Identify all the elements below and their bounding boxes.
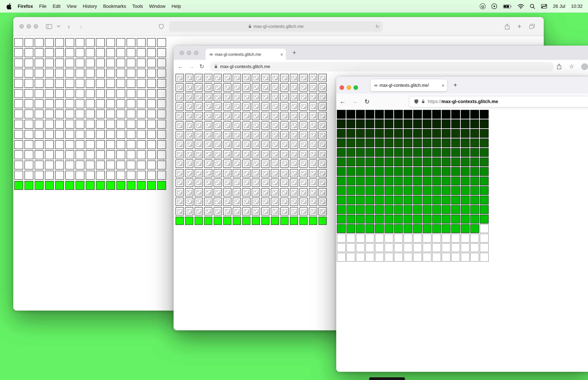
app-menu-firefox[interactable]: Firefox <box>18 4 33 9</box>
menu-item-file[interactable]: File <box>39 4 47 9</box>
menu-item-view[interactable]: View <box>67 4 76 9</box>
grid-cell <box>204 83 212 92</box>
grammarly-icon[interactable]: G <box>480 3 486 9</box>
control-center-icon[interactable] <box>541 4 547 8</box>
grid-cell <box>157 48 166 57</box>
forward-button[interactable]: › <box>80 17 82 36</box>
close-window-button[interactable] <box>340 85 344 90</box>
wifi-icon[interactable] <box>518 4 524 9</box>
broken-image-icon <box>225 180 230 185</box>
menu-bar-date[interactable]: 26 Jul <box>553 4 565 9</box>
grid-cell <box>86 130 95 139</box>
grid-cell <box>195 160 203 168</box>
url-field[interactable]: max-gl-contexts.glitch.me ↻ <box>169 21 383 32</box>
profile-avatar[interactable] <box>581 60 588 73</box>
minimize-window-button[interactable] <box>27 24 31 29</box>
grid-cell <box>337 234 346 243</box>
menu-item-edit[interactable]: Edit <box>53 4 61 9</box>
grid-cell <box>309 83 317 92</box>
back-button[interactable]: ‹ <box>68 17 70 36</box>
grid-cell <box>233 169 241 177</box>
grid-cell <box>106 130 115 139</box>
grid-cell <box>356 253 365 262</box>
grid-cell <box>147 58 156 67</box>
tab-close-icon[interactable]: × <box>280 52 283 57</box>
grid-cell <box>480 215 489 224</box>
grid-cell <box>214 140 222 149</box>
back-button[interactable]: ← <box>178 60 183 73</box>
new-tab-button[interactable]: + <box>517 23 522 30</box>
playback-icon[interactable] <box>491 3 497 9</box>
grid-cell <box>280 131 288 139</box>
broken-image-icon <box>225 76 230 80</box>
minimize-window-button[interactable] <box>347 85 351 90</box>
apple-menu-icon[interactable] <box>6 3 12 9</box>
grid-cell <box>76 110 84 118</box>
zoom-window-button[interactable] <box>354 85 358 90</box>
grid-cell <box>356 119 365 128</box>
reload-button[interactable]: ↻ <box>199 60 204 73</box>
grid-cell <box>195 112 203 120</box>
grid-cell <box>271 121 279 130</box>
share-icon[interactable] <box>505 23 510 29</box>
firefox-tab-bar: ∞ max-gl-contexts.glitch.me/ × + <box>336 76 588 94</box>
grid-cell <box>214 188 222 196</box>
menu-item-tools[interactable]: Tools <box>132 4 143 9</box>
battery-icon[interactable] <box>503 4 512 8</box>
back-button[interactable]: ← <box>340 94 346 110</box>
forward-button[interactable]: → <box>189 60 194 73</box>
privacy-shield-icon[interactable] <box>159 17 164 36</box>
sidebar-toggle-icon[interactable] <box>46 17 52 36</box>
reload-icon[interactable]: ↻ <box>376 24 379 29</box>
omnibox[interactable]: max-gl-contexts.glitch.me <box>209 62 554 71</box>
grid-cell <box>394 157 403 166</box>
spotlight-icon[interactable] <box>530 3 535 9</box>
minimize-window-button[interactable] <box>187 51 191 55</box>
browser-tab[interactable]: ∞ max-gl-contexts.glitch.me/ × <box>371 79 447 91</box>
broken-image-icon <box>187 123 192 128</box>
tab-close-icon[interactable]: × <box>442 82 444 88</box>
share-icon[interactable] <box>557 60 561 73</box>
browser-tab[interactable]: ∞ max-gl-contexts.glitch.me × <box>206 49 286 60</box>
new-tab-button[interactable]: + <box>451 81 459 89</box>
tracking-protection-shield-icon[interactable] <box>414 99 418 104</box>
grid-cell <box>116 150 125 159</box>
forward-button[interactable]: → <box>352 94 358 110</box>
menu-item-window[interactable]: Window <box>149 4 165 9</box>
grid-cell <box>300 150 308 158</box>
bookmark-star-icon[interactable]: ☆ <box>569 60 574 73</box>
grid-cell <box>290 160 298 168</box>
menu-item-help[interactable]: Help <box>171 4 181 9</box>
grid-cell <box>290 93 298 101</box>
broken-image-icon <box>272 152 278 156</box>
close-window-button[interactable] <box>19 24 24 29</box>
broken-image-icon <box>196 171 201 175</box>
menu-item-bookmarks[interactable]: Bookmarks <box>103 4 126 9</box>
grid-cell <box>356 129 365 138</box>
zoom-window-button[interactable] <box>194 51 198 55</box>
zoom-window-button[interactable] <box>34 24 38 29</box>
broken-image-icon <box>225 142 230 147</box>
reload-button[interactable]: ↻ <box>364 94 370 110</box>
grid-cell <box>176 207 184 215</box>
grid-cell <box>204 93 212 101</box>
grid-cell <box>319 207 327 215</box>
grid-cell <box>261 188 269 196</box>
menu-item-history[interactable]: History <box>83 4 97 9</box>
grid-cell <box>290 207 298 215</box>
new-tab-button[interactable]: + <box>290 48 299 57</box>
menu-bar-clock[interactable]: 10:32 <box>571 4 583 9</box>
lock-icon[interactable] <box>422 100 425 103</box>
dock-hint[interactable] <box>369 377 405 380</box>
broken-image-icon <box>263 190 268 194</box>
grid-cell <box>106 110 115 118</box>
grid-cell <box>242 198 250 206</box>
grid-cell <box>14 58 23 67</box>
url-bar[interactable]: https://max-gl-contexts.glitch.me <box>409 96 588 107</box>
broken-image-icon <box>291 142 297 147</box>
chevron-down-icon[interactable] <box>57 17 60 36</box>
close-window-button[interactable] <box>180 51 184 55</box>
grid-cell <box>461 224 470 233</box>
grid-cell <box>375 186 384 195</box>
tab-overview-icon[interactable] <box>529 24 535 29</box>
